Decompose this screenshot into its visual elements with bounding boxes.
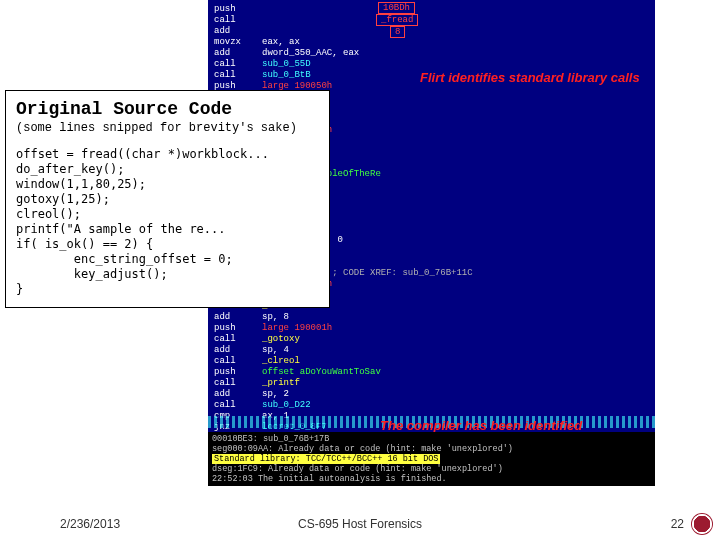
disasm-line: call_printf: [214, 378, 649, 389]
disasm-line: movzxeax, ax: [214, 37, 649, 48]
footer-page: 22: [671, 517, 684, 531]
source-code-box: Original Source Code (some lines snipped…: [5, 90, 330, 308]
annotation-flirt: Flirt identifies standard library calls: [420, 70, 640, 85]
disasm-line: pushlarge 190001h: [214, 323, 649, 334]
disasm-line: addsp, 8: [214, 312, 649, 323]
msg-line-2: dseg:1FC9: Already data or code (hint: m…: [212, 464, 651, 474]
footer-course: CS-695 Host Forensics: [0, 517, 720, 531]
msg-line-1: seg000:09AA: Already data or code (hint:…: [212, 444, 651, 454]
disasm-line: add: [214, 26, 649, 37]
msg-addr: 00010BE3: sub_0_76B+17B: [212, 434, 651, 444]
disasm-line: callsub_0_D22: [214, 400, 649, 411]
source-code: offset = fread((char *)workblock... do_a…: [16, 147, 319, 297]
footer-logo-icon: [692, 514, 712, 534]
top-red-addr: 10BDh: [378, 2, 415, 14]
ida-messages: 00010BE3: sub_0_76B+17B seg000:09AA: Alr…: [208, 432, 655, 486]
msg-line-3: 22:52:03 The initial autoanalysis is fin…: [212, 474, 651, 484]
disasm-line: addsp, 2: [214, 389, 649, 400]
source-title: Original Source Code: [16, 99, 319, 119]
annotation-compiler: The compiler has been identified: [380, 418, 640, 433]
top-red-reg: 8: [390, 26, 405, 38]
disasm-line: call_clreol: [214, 356, 649, 367]
slide-footer: 2/236/2013 CS-695 Host Forensics 22: [0, 514, 720, 534]
disasm-line: callsub_0_55D: [214, 59, 649, 70]
disasm-line: pushoffset aDoYouWantToSav: [214, 367, 649, 378]
disasm-line: push: [214, 4, 649, 15]
top-red-func: _fread: [376, 14, 418, 26]
disasm-line: adddword_350_AAC, eax: [214, 48, 649, 59]
msg-compiler: Standard library: TCC/TCC++/BCC++ 16 bit…: [212, 454, 651, 464]
disasm-line: call: [214, 15, 649, 26]
source-subtitle: (some lines snipped for brevity's sake): [16, 121, 319, 135]
disasm-line: addsp, 4: [214, 345, 649, 356]
disasm-line: call_gotoxy: [214, 334, 649, 345]
